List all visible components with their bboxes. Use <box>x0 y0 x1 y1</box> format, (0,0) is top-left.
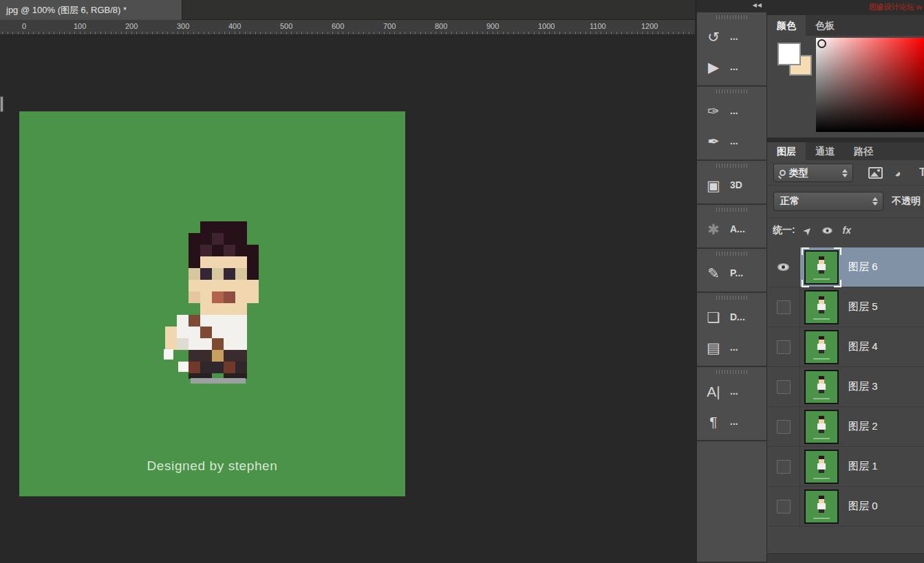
layer-visibility-toggle[interactable] <box>767 247 800 287</box>
paragraph-panel-button[interactable]: ¶ ... <box>697 406 766 437</box>
layer-thumbnail[interactable] <box>804 250 839 285</box>
ruler-tick <box>188 32 189 34</box>
unify-position-pin-icon[interactable]: ➤ <box>801 223 815 237</box>
pixel <box>200 256 212 268</box>
generator-panel-button[interactable]: ✱ A... <box>697 214 766 244</box>
layer-visibility-toggle[interactable] <box>767 447 800 486</box>
ruler-tick <box>513 32 514 34</box>
layer-visibility-toggle[interactable] <box>767 407 800 446</box>
blend-mode-dropdown[interactable]: 正常 <box>773 192 883 211</box>
layer-visibility-toggle[interactable] <box>767 287 800 327</box>
visibility-checkbox[interactable] <box>777 460 791 474</box>
3d-panel-button[interactable]: ▣ 3D <box>697 170 766 200</box>
ruler-tick <box>111 32 111 34</box>
visibility-checkbox[interactable] <box>777 380 791 394</box>
thumb-credit-line <box>813 398 830 399</box>
ruler-tick <box>69 32 70 34</box>
panel-grip[interactable] <box>716 164 748 168</box>
ruler-tick <box>116 32 116 34</box>
panel-grip[interactable] <box>716 296 748 300</box>
tab-layers[interactable]: 图层 <box>767 142 806 160</box>
pixel <box>235 268 247 280</box>
filter-adjustment-layers-icon[interactable]: ◑ <box>890 166 905 181</box>
layer-row[interactable]: 图层 4 <box>767 327 924 367</box>
layer-thumbnail[interactable] <box>804 410 839 444</box>
search-icon <box>780 170 786 176</box>
ruler-tick <box>208 32 209 34</box>
pixel <box>235 233 247 245</box>
color-picker-marker[interactable] <box>817 39 826 48</box>
layer-row[interactable]: 图层 1 <box>767 447 924 487</box>
ruler-tick <box>580 32 581 34</box>
pixel <box>189 350 200 362</box>
ruler-tick <box>678 32 679 34</box>
layer-row[interactable]: 图层 3 <box>767 367 924 407</box>
tool-presets-icon: ✑ <box>703 104 724 118</box>
pixel <box>235 362 247 373</box>
layer-thumbnail-image <box>804 450 839 484</box>
unify-visibility-eye-icon[interactable] <box>822 227 832 233</box>
visibility-checkbox[interactable] <box>777 500 791 514</box>
visibility-checkbox[interactable] <box>777 340 791 354</box>
info-panel-button[interactable]: ❏ D... <box>697 302 766 332</box>
collapse-panels-icon[interactable]: ◀◀ <box>753 2 762 8</box>
ruler-tick <box>663 32 663 34</box>
thumb-legs <box>819 509 824 513</box>
ruler-tick <box>606 32 607 34</box>
panel-grip[interactable] <box>716 252 748 256</box>
materials-panel-button[interactable]: ▤ ... <box>697 332 766 362</box>
layer-thumbnail[interactable] <box>804 290 839 324</box>
thumb-body <box>817 503 826 509</box>
layer-row[interactable]: 图层 5 <box>767 287 924 327</box>
document-tab[interactable]: jpg @ 100% (图层 6, RGB/8) * <box>0 0 182 20</box>
tab-paths[interactable]: 路径 <box>844 142 883 160</box>
unify-effects-fx-icon[interactable]: fx <box>843 225 851 236</box>
ruler-tick <box>229 32 230 34</box>
ruler-tick <box>570 32 570 34</box>
ruler-tick <box>105 32 106 34</box>
history-panel-button[interactable]: ↺ ... <box>697 21 766 52</box>
ruler-tick <box>214 32 215 34</box>
tab-channels[interactable]: 通道 <box>806 142 844 160</box>
ruler-tick <box>270 32 271 34</box>
thumb-legs <box>819 390 824 393</box>
panel-grip[interactable] <box>716 208 748 212</box>
color-picker-gradient[interactable] <box>816 38 924 132</box>
measurement-log-panel-button[interactable]: ✎ P... <box>697 258 766 288</box>
filter-type-layers-icon[interactable]: T <box>919 166 924 179</box>
layer-thumbnail[interactable] <box>804 370 839 404</box>
visibility-checkbox[interactable] <box>777 300 791 314</box>
panel-grip[interactable] <box>716 370 748 374</box>
layer-visibility-toggle[interactable] <box>767 327 800 366</box>
ruler-tick <box>245 32 246 34</box>
layer-row[interactable]: 图层 6 <box>767 247 924 287</box>
foreground-color-swatch[interactable] <box>777 43 801 65</box>
visibility-eye-icon[interactable] <box>777 263 789 271</box>
layer-thumbnail[interactable] <box>804 450 839 484</box>
actions-panel-button[interactable]: ▶ ... <box>697 52 766 82</box>
layer-thumbnail[interactable] <box>804 330 839 364</box>
character-panel-button[interactable]: A| ... <box>697 376 766 406</box>
thumb-credit-line <box>813 518 830 519</box>
layer-thumbnail[interactable] <box>804 489 839 524</box>
layer-row[interactable]: 图层 0 <box>767 487 924 527</box>
ruler-tick <box>436 32 436 34</box>
tab-swatches[interactable]: 色板 <box>806 15 844 36</box>
credit-text: Designed by stephen <box>19 459 405 474</box>
layer-row[interactable]: 图层 2 <box>767 407 924 447</box>
brush-presets-panel-button[interactable]: ✒ ... <box>697 126 766 156</box>
visibility-checkbox[interactable] <box>777 420 791 434</box>
filter-pixel-layers-icon[interactable] <box>868 167 883 179</box>
ruler-tick <box>301 32 302 34</box>
layer-filter-dropdown[interactable]: 类型 <box>773 164 853 182</box>
layer-visibility-toggle[interactable] <box>767 487 800 526</box>
panel-grip[interactable] <box>716 89 748 93</box>
layer-visibility-toggle[interactable] <box>767 367 800 406</box>
panel-grip[interactable] <box>716 15 748 19</box>
character-label: ... <box>730 386 738 397</box>
ruler-label: 300 <box>177 22 189 30</box>
tool-presets-panel-button[interactable]: ✑ ... <box>697 96 766 126</box>
document-canvas[interactable]: Designed by stephen <box>19 111 405 496</box>
ruler-tick <box>54 32 54 34</box>
tab-color[interactable]: 颜色 <box>767 15 806 36</box>
